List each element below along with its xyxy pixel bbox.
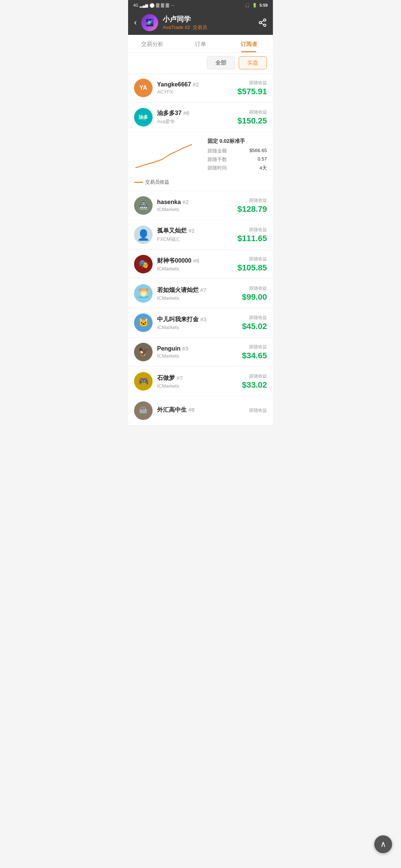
- trader-name: 小卢同学: [163, 14, 254, 24]
- list-item[interactable]: 油多 油多多37 #6 Ava爱华 跟随收益 $150.25: [128, 103, 273, 132]
- subscriber-name: Penguin #3: [157, 345, 242, 352]
- filter-row: 全部 实盘: [128, 53, 273, 73]
- subscriber-info: 孤单又灿烂 #2 FXCM福汇: [157, 227, 237, 243]
- avatar: 🐱: [134, 313, 153, 332]
- subscriber-name: 若如烟火请灿烂 #7: [157, 286, 242, 294]
- filter-live-button[interactable]: 实盘: [239, 56, 267, 69]
- profit-info: 跟随收益 $99.00: [242, 285, 267, 302]
- status-bar: 4G ▂▄▆ ⬤ 🀫 🀫 🀫 ··· 🎧 🔋 5:59: [128, 0, 273, 10]
- avatar: 🌌: [141, 14, 158, 31]
- broker-name: ICMarkets: [157, 207, 237, 212]
- chart-card: 固定 0.02标准手 跟随金额 $566.65 跟随手数 0.57 跟随时间 4…: [128, 132, 273, 191]
- broker-name: ICMarkets: [157, 325, 242, 330]
- back-button[interactable]: ‹: [134, 18, 137, 27]
- status-right: 🎧 🔋 5:59: [245, 3, 268, 8]
- avatar: 🌅: [134, 284, 153, 303]
- subscriber-info: 若如烟火请灿烂 #7 ICMarkets: [157, 286, 242, 301]
- subscriber-info: 中儿叫我来打金 #3 ICMarkets: [157, 316, 242, 330]
- subscriber-name: Yangke6667 #2: [157, 81, 237, 88]
- app-icons: ⬤ 🀫 🀫 🀫 ···: [150, 3, 174, 8]
- subscriber-info: Penguin #3 ICMarkets: [157, 345, 242, 359]
- subscriber-name: 石做梦 #7: [157, 374, 242, 382]
- broker-name: ICMarkets: [157, 353, 242, 359]
- subscriber-name: hasenka #2: [157, 199, 237, 206]
- avatar: 👤: [134, 226, 153, 244]
- broker-name: ICMarkets: [157, 266, 237, 272]
- signal-bars: ▂▄▆: [140, 3, 148, 7]
- broker-name: FXCM福汇: [157, 236, 237, 243]
- avatar: 油多: [134, 108, 153, 126]
- profit-info: 跟随收益 $128.79: [237, 197, 267, 214]
- battery-icon: 🔋: [252, 3, 257, 8]
- detail-row: 跟随手数 0.57: [208, 156, 267, 163]
- list-item[interactable]: 🏯 hasenka #2 ICMarkets 跟随收益 $128.79: [128, 191, 273, 220]
- subscriber-name: 外汇高中生 #8: [157, 406, 249, 414]
- broker-name: Ava爱华: [157, 118, 237, 125]
- profit-info: 跟随收益 $150.25: [237, 109, 267, 126]
- subscriber-info: hasenka #2 ICMarkets: [157, 199, 237, 212]
- subscriber-info: 外汇高中生 #8: [157, 406, 249, 415]
- subscriber-name: 油多多37 #6: [157, 109, 237, 117]
- subscriber-info: 财神爷00000 #8 ICMarkets: [157, 257, 237, 272]
- tab-bar: 交易分析 订单 订阅者: [128, 35, 273, 53]
- subscriber-list: YA Yangke6667 #2 ACYFX 跟随收益 $575.91 油多 油…: [128, 73, 273, 425]
- headphone-icon: 🎧: [245, 3, 250, 8]
- list-item[interactable]: YA Yangke6667 #2 ACYFX 跟随收益 $575.91: [128, 73, 273, 103]
- chart-svg: [134, 138, 202, 175]
- tab-subscribers[interactable]: 订阅者: [225, 35, 273, 52]
- profit-info: 跟随收益 $33.02: [242, 373, 267, 390]
- avatar: 🏯: [134, 196, 153, 215]
- avatar: 🎭: [134, 255, 153, 273]
- signal-text: 4G: [133, 3, 138, 7]
- platform-info: AvaTrade #2: [163, 24, 190, 30]
- avatar: 🎮: [134, 372, 153, 391]
- list-item[interactable]: 🎮 石做梦 #7 ICMarkets 跟随收益 $33.02: [128, 367, 273, 396]
- header: ‹ 🌌 小卢同学 AvaTrade #2 交易员: [128, 10, 273, 35]
- chart-legend: 交易员收益: [128, 175, 273, 191]
- svg-line-4: [261, 21, 264, 22]
- list-item[interactable]: 👤 孤单又灿烂 #2 FXCM福汇 跟随收益 $111.65: [128, 220, 273, 250]
- tab-analysis[interactable]: 交易分析: [128, 35, 176, 52]
- profit-info: 跟随收益 $34.65: [242, 344, 267, 361]
- subscriber-name: 孤单又灿烂 #2: [157, 227, 237, 235]
- profit-info: 跟随收益 $105.85: [237, 256, 267, 273]
- status-left: 4G ▂▄▆ ⬤ 🀫 🀫 🀫 ···: [133, 3, 175, 8]
- trader-badge: 交易员: [193, 24, 207, 30]
- avatar: 🏔: [134, 401, 153, 420]
- chart-details: 固定 0.02标准手 跟随金额 $566.65 跟随手数 0.57 跟随时间 4…: [208, 138, 267, 175]
- trader-subtitle: AvaTrade #2 交易员: [163, 24, 254, 31]
- subscriber-name: 中儿叫我来打金 #3: [157, 316, 242, 323]
- tab-orders[interactable]: 订单: [176, 35, 225, 52]
- list-item[interactable]: 🌅 若如烟火请灿烂 #7 ICMarkets 跟随收益 $99.00: [128, 279, 273, 308]
- subscriber-info: 油多多37 #6 Ava爱华: [157, 109, 237, 125]
- broker-name: ICMarkets: [157, 383, 242, 389]
- broker-name: ACYFX: [157, 89, 237, 95]
- time: 5:59: [260, 3, 268, 7]
- subscriber-info: 石做梦 #7 ICMarkets: [157, 374, 242, 389]
- avatar: YA: [134, 79, 153, 97]
- profit-info: 跟随收益: [249, 407, 267, 414]
- profit-info: 跟随收益 $575.91: [237, 80, 267, 96]
- filter-all-button[interactable]: 全部: [207, 56, 235, 69]
- profit-info: 跟随收益 $45.02: [242, 315, 267, 331]
- avatar: 🦅: [134, 343, 153, 361]
- header-info: 小卢同学 AvaTrade #2 交易员: [163, 14, 254, 31]
- legend-line-icon: [134, 182, 143, 183]
- list-item[interactable]: 🏔 外汇高中生 #8 跟随收益: [128, 396, 273, 425]
- profit-info: 跟随收益 $111.65: [237, 227, 267, 243]
- subscriber-info: Yangke6667 #2 ACYFX: [157, 81, 237, 95]
- list-item[interactable]: 🐱 中儿叫我来打金 #3 ICMarkets 跟随收益 $45.02: [128, 308, 273, 338]
- share-button[interactable]: [258, 18, 267, 27]
- detail-row: 跟随时间 4天: [208, 165, 267, 171]
- broker-name: ICMarkets: [157, 295, 242, 301]
- detail-row: 跟随金额 $566.65: [208, 148, 267, 154]
- svg-line-3: [261, 23, 264, 25]
- subscriber-name: 财神爷00000 #8: [157, 257, 237, 265]
- list-item[interactable]: 🦅 Penguin #3 ICMarkets 跟随收益 $34.65: [128, 338, 273, 367]
- list-item[interactable]: 🎭 财神爷00000 #8 ICMarkets 跟随收益 $105.85: [128, 250, 273, 279]
